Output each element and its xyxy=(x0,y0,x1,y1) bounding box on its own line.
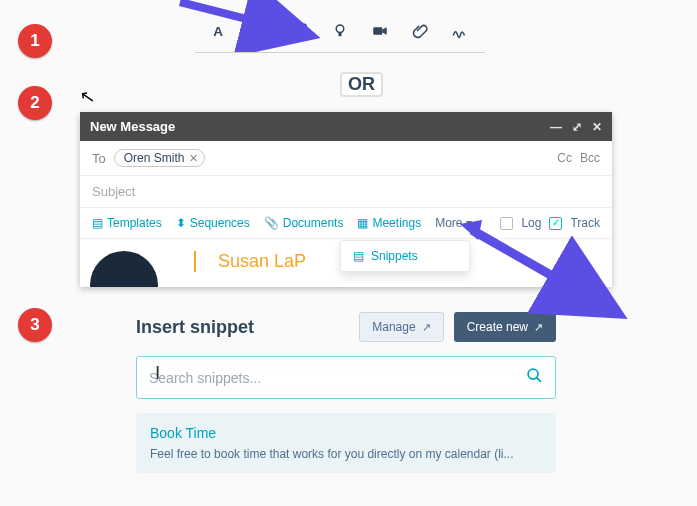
svg-rect-9 xyxy=(373,27,382,35)
step-badge-3: 3 xyxy=(18,308,52,342)
compose-header: New Message — ⤢ ✕ xyxy=(80,112,612,141)
external-link-icon: ↗ xyxy=(422,321,431,334)
manage-button[interactable]: Manage ↗ xyxy=(359,312,443,342)
svg-text:A: A xyxy=(213,24,223,39)
snippets-menu-icon: ▤ xyxy=(353,249,364,263)
svg-point-7 xyxy=(336,25,344,33)
text-cursor-icon: Ⅰ xyxy=(155,362,160,384)
snippet-result[interactable]: Book Time Feel free to book time that wo… xyxy=(136,413,556,473)
avatar xyxy=(90,251,158,287)
track-checkbox[interactable] xyxy=(549,217,562,230)
svg-point-16 xyxy=(528,369,538,379)
close-icon[interactable]: ✕ xyxy=(592,120,602,134)
snippets-menu-item[interactable]: ▤ Snippets xyxy=(353,249,457,263)
cc-button[interactable]: Cc xyxy=(557,151,572,165)
meetings-label: Meetings xyxy=(372,216,421,230)
to-label: To xyxy=(92,151,106,166)
create-new-button[interactable]: Create new ↗ xyxy=(454,312,556,342)
more-label: More xyxy=(435,216,462,230)
track-label: Track xyxy=(570,216,600,230)
documents-label: Documents xyxy=(283,216,344,230)
snippet-result-title: Book Time xyxy=(150,425,542,441)
snippet-result-body: Feel free to book time that works for yo… xyxy=(150,447,542,461)
templates-icon: ▤ xyxy=(92,216,103,230)
minimize-icon[interactable]: — xyxy=(550,120,562,134)
step-badge-1: 1 xyxy=(18,24,52,58)
signature-name: Susan LaP xyxy=(194,251,306,272)
documents-icon: 📎 xyxy=(264,216,279,230)
video-icon[interactable] xyxy=(371,22,389,44)
recipient-chip[interactable]: Oren Smith ✕ xyxy=(114,149,206,167)
svg-rect-2 xyxy=(259,30,262,33)
compose-toolbar: ▤ Templates ⬍ Sequences 📎 Documents ▦ Me… xyxy=(80,208,612,239)
attachment-icon[interactable] xyxy=(411,22,429,44)
expand-icon[interactable]: ⤢ xyxy=(572,120,582,134)
svg-rect-8 xyxy=(339,33,342,37)
search-icon xyxy=(526,367,543,388)
sequences-label: Sequences xyxy=(190,216,250,230)
search-input[interactable] xyxy=(149,370,516,386)
documents-button[interactable]: 📎 Documents xyxy=(264,216,344,230)
to-row: To Oren Smith ✕ Cc Bcc xyxy=(80,141,612,176)
subject-row xyxy=(80,176,612,208)
more-button[interactable]: More ▾ xyxy=(435,216,471,230)
snippets-menu-label: Snippets xyxy=(371,249,418,263)
snippets-icon[interactable] xyxy=(291,22,309,44)
cursor-icon: ↖ xyxy=(78,85,97,109)
compose-window: New Message — ⤢ ✕ To Oren Smith ✕ Cc Bcc… xyxy=(80,112,612,287)
step-badge-2: 2 xyxy=(18,86,52,120)
meetings-button[interactable]: ▦ Meetings xyxy=(357,216,421,230)
font-size-icon[interactable]: A xyxy=(211,22,229,44)
subject-input[interactable] xyxy=(92,184,600,199)
bcc-button[interactable]: Bcc xyxy=(580,151,600,165)
more-dropdown: ▤ Snippets xyxy=(340,240,470,272)
manage-label: Manage xyxy=(372,320,415,334)
editor-icon-row: A xyxy=(195,22,485,53)
external-link-icon: ↗ xyxy=(534,321,543,334)
svg-marker-10 xyxy=(382,27,387,35)
insert-snippet-title: Insert snippet xyxy=(136,317,349,338)
search-snippets[interactable] xyxy=(136,356,556,399)
signature-icon[interactable] xyxy=(451,22,469,44)
compose-title: New Message xyxy=(90,119,175,134)
log-label: Log xyxy=(521,216,541,230)
or-divider: OR xyxy=(340,72,383,97)
sequences-icon: ⬍ xyxy=(176,216,186,230)
personalization-token-icon[interactable] xyxy=(251,22,269,44)
create-new-label: Create new xyxy=(467,320,528,334)
chevron-down-icon: ▾ xyxy=(466,216,472,230)
templates-label: Templates xyxy=(107,216,162,230)
knowledge-icon[interactable] xyxy=(331,22,349,44)
recipient-name: Oren Smith xyxy=(124,151,185,165)
sequences-button[interactable]: ⬍ Sequences xyxy=(176,216,250,230)
meetings-icon: ▦ xyxy=(357,216,368,230)
remove-recipient-icon[interactable]: ✕ xyxy=(189,152,198,165)
log-checkbox[interactable] xyxy=(500,217,513,230)
svg-line-17 xyxy=(537,378,541,382)
insert-snippet-panel: Insert snippet Manage ↗ Create new ↗ Boo… xyxy=(136,312,556,473)
templates-button[interactable]: ▤ Templates xyxy=(92,216,162,230)
